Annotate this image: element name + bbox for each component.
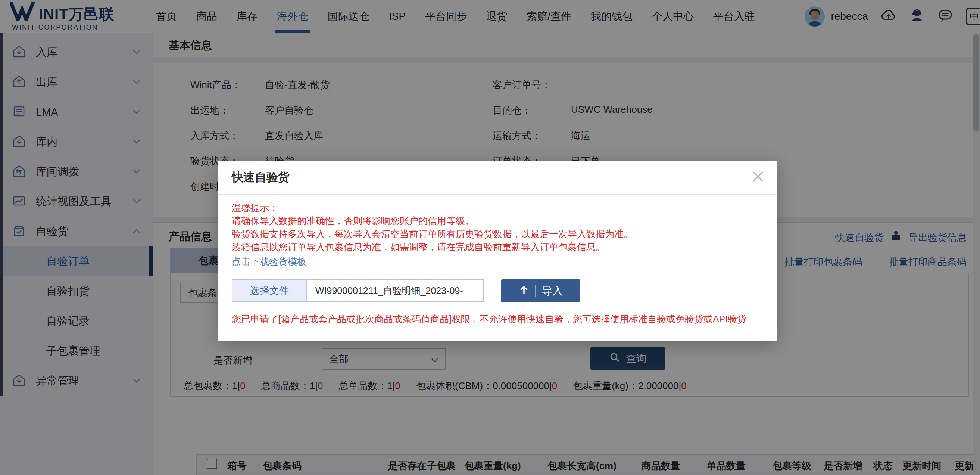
file-input-group: 选择文件 WI9900001211_自验明细_2023-09- — [232, 279, 484, 302]
upload-arrow-icon — [519, 285, 529, 298]
download-template-link[interactable]: 点击下载验货模板 — [232, 255, 306, 268]
permission-warning: 您已申请了[箱产品或套产品或批次商品或条码值商品]权限，不允许使用快速自验，您可… — [232, 313, 746, 325]
modal-tip-line: 验货数据支持多次导入，每次导入会清空当前订单所有历史验货数据，以最后一次导入数据… — [232, 228, 633, 240]
quick-inspection-modal: 快速自验货 温馨提示： 请确保导入数据的准确性，否则将影响您账户的信用等级。 验… — [218, 161, 777, 341]
modal-tip-line: 装箱信息以您订单导入包裹信息为准，如需调整，请在完成自验前重新导入订单包裹信息。 — [232, 241, 605, 253]
modal-divider — [218, 194, 777, 195]
import-button[interactable]: 导入 — [501, 279, 580, 303]
choose-file-button[interactable]: 选择文件 — [232, 280, 307, 301]
modal-tip-line: 温馨提示： — [232, 202, 278, 214]
modal-title: 快速自验货 — [232, 169, 290, 185]
close-icon[interactable] — [752, 170, 764, 185]
modal-tip-line: 请确保导入数据的准确性，否则将影响您账户的信用等级。 — [232, 215, 474, 227]
selected-file-name: WI9900001211_自验明细_2023-09- — [307, 280, 483, 301]
import-button-label: 导入 — [542, 284, 563, 298]
